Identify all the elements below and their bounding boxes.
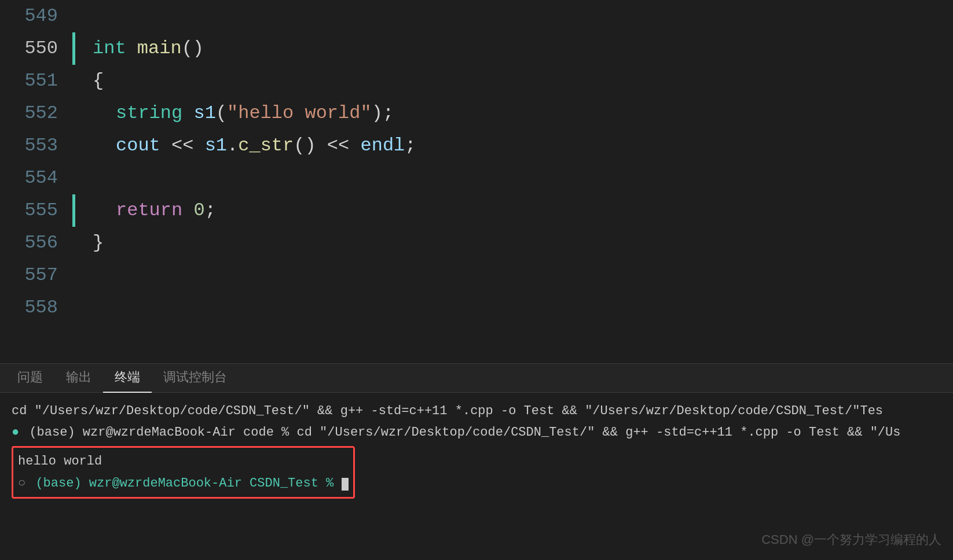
tab-terminal[interactable]: 终端	[103, 364, 152, 393]
tab-problems[interactable]: 问题	[6, 364, 54, 393]
code-content[interactable]: int main () { string s1 ( "hello world"	[75, 0, 953, 363]
code-line-550: int main ()	[93, 32, 953, 65]
string-literal: "hello world"	[227, 97, 372, 130]
tab-debug-console[interactable]: 调试控制台	[152, 364, 239, 393]
line-num-557: 557	[0, 259, 69, 292]
blue-circle-icon: ●	[12, 425, 19, 440]
code-line-556: }	[93, 227, 953, 259]
line-num-550: 550	[0, 32, 69, 65]
grey-circle-icon: ○	[18, 476, 25, 491]
watermark: CSDN @一个努力学习编程的人	[761, 531, 941, 548]
var-s1-2: s1	[205, 130, 227, 162]
var-s1: s1	[193, 97, 215, 130]
code-line-555: return 0 ;	[93, 194, 953, 227]
function-main: main	[137, 32, 182, 65]
line-num-558: 558	[0, 292, 69, 324]
line-num-549: 549	[0, 0, 69, 32]
code-line-554	[93, 162, 953, 194]
terminal-line-2: ● (base) wzr@wzrdeMacBook-Air code % cd …	[12, 422, 953, 443]
terminal-line-prompt: ○ (base) wzr@wzrdeMacBook-Air CSDN_Test …	[18, 473, 349, 493]
code-line-558	[93, 292, 953, 324]
endl-keyword: endl	[360, 130, 405, 162]
line-num-554: 554	[0, 162, 69, 194]
line-num-552: 552	[0, 97, 69, 130]
keyword-string: string	[116, 97, 182, 130]
number-zero: 0	[193, 194, 204, 227]
terminal-line-1: cd "/Users/wzr/Desktop/code/CSDN_Test/" …	[12, 401, 953, 421]
line-num-551: 551	[0, 65, 69, 97]
keyword-return: return	[116, 194, 182, 227]
code-line-553: cout << s1 . c_str () << endl ;	[93, 130, 953, 162]
code-editor: 549 550 551 552 553 554 555 556 557 558	[0, 0, 953, 363]
terminal-panel: 问题 输出 终端 调试控制台 cd "/Users/wzr/Desktop/co…	[0, 363, 953, 560]
tab-output[interactable]: 输出	[54, 364, 103, 393]
code-line-552: string s1 ( "hello world" );	[93, 97, 953, 130]
code-line-549	[93, 0, 953, 32]
line-num-555: 555	[0, 194, 69, 227]
cout-keyword: cout	[116, 130, 160, 162]
line-num-553: 553	[0, 130, 69, 162]
line-numbers: 549 550 551 552 553 554 555 556 557 558	[0, 0, 69, 363]
line-num-556: 556	[0, 227, 69, 259]
highlight-box: hello world ○ (base) wzr@wzrdeMacBook-Ai…	[12, 446, 355, 498]
terminal-tabs: 问题 输出 终端 调试控制台	[0, 364, 953, 393]
terminal-output-hello: hello world	[18, 451, 349, 471]
terminal-cursor	[342, 478, 349, 491]
fn-c-str: c_str	[238, 130, 294, 162]
code-line-551: {	[93, 65, 953, 97]
code-line-557	[93, 259, 953, 292]
keyword-int: int	[93, 32, 126, 65]
